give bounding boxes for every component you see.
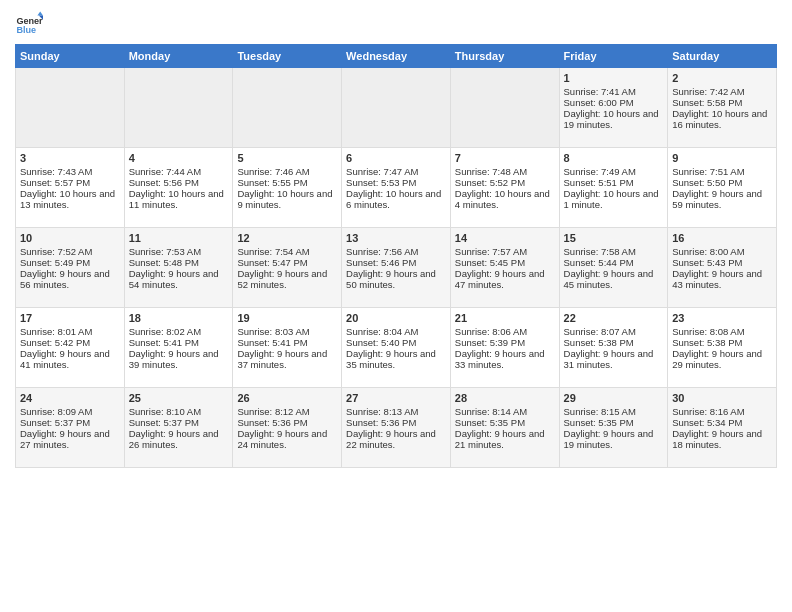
sunset: Sunset: 5:55 PM — [237, 177, 307, 188]
calendar-cell: 25 Sunrise: 8:10 AM Sunset: 5:37 PM Dayl… — [124, 388, 233, 468]
calendar-cell — [16, 68, 125, 148]
calendar-week-row: 1 Sunrise: 7:41 AM Sunset: 6:00 PM Dayli… — [16, 68, 777, 148]
sunset: Sunset: 5:57 PM — [20, 177, 90, 188]
daylight: Daylight: 9 hours and 41 minutes. — [20, 348, 110, 370]
sunset: Sunset: 5:38 PM — [564, 337, 634, 348]
day-number: 16 — [672, 232, 772, 244]
weekday-header-row: SundayMondayTuesdayWednesdayThursdayFrid… — [16, 45, 777, 68]
day-number: 5 — [237, 152, 337, 164]
calendar-cell: 27 Sunrise: 8:13 AM Sunset: 5:36 PM Dayl… — [342, 388, 451, 468]
sunset: Sunset: 5:58 PM — [672, 97, 742, 108]
sunrise: Sunrise: 8:01 AM — [20, 326, 92, 337]
sunset: Sunset: 5:41 PM — [237, 337, 307, 348]
daylight: Daylight: 9 hours and 43 minutes. — [672, 268, 762, 290]
day-number: 23 — [672, 312, 772, 324]
sunrise: Sunrise: 7:56 AM — [346, 246, 418, 257]
sunrise: Sunrise: 7:46 AM — [237, 166, 309, 177]
calendar-cell — [233, 68, 342, 148]
sunrise: Sunrise: 8:16 AM — [672, 406, 744, 417]
sunset: Sunset: 6:00 PM — [564, 97, 634, 108]
day-number: 6 — [346, 152, 446, 164]
sunrise: Sunrise: 7:57 AM — [455, 246, 527, 257]
daylight: Daylight: 9 hours and 29 minutes. — [672, 348, 762, 370]
sunset: Sunset: 5:44 PM — [564, 257, 634, 268]
calendar-cell: 2 Sunrise: 7:42 AM Sunset: 5:58 PM Dayli… — [668, 68, 777, 148]
calendar-cell: 6 Sunrise: 7:47 AM Sunset: 5:53 PM Dayli… — [342, 148, 451, 228]
calendar-cell: 13 Sunrise: 7:56 AM Sunset: 5:46 PM Dayl… — [342, 228, 451, 308]
daylight: Daylight: 9 hours and 59 minutes. — [672, 188, 762, 210]
sunset: Sunset: 5:53 PM — [346, 177, 416, 188]
calendar-week-row: 10 Sunrise: 7:52 AM Sunset: 5:49 PM Dayl… — [16, 228, 777, 308]
daylight: Daylight: 10 hours and 4 minutes. — [455, 188, 550, 210]
daylight: Daylight: 9 hours and 50 minutes. — [346, 268, 436, 290]
weekday-header: Friday — [559, 45, 668, 68]
calendar-cell: 21 Sunrise: 8:06 AM Sunset: 5:39 PM Dayl… — [450, 308, 559, 388]
calendar-cell: 5 Sunrise: 7:46 AM Sunset: 5:55 PM Dayli… — [233, 148, 342, 228]
daylight: Daylight: 9 hours and 21 minutes. — [455, 428, 545, 450]
calendar-cell: 26 Sunrise: 8:12 AM Sunset: 5:36 PM Dayl… — [233, 388, 342, 468]
daylight: Daylight: 9 hours and 22 minutes. — [346, 428, 436, 450]
sunset: Sunset: 5:36 PM — [346, 417, 416, 428]
weekday-header: Tuesday — [233, 45, 342, 68]
daylight: Daylight: 9 hours and 47 minutes. — [455, 268, 545, 290]
sunrise: Sunrise: 7:47 AM — [346, 166, 418, 177]
day-number: 26 — [237, 392, 337, 404]
sunrise: Sunrise: 7:44 AM — [129, 166, 201, 177]
calendar-cell: 3 Sunrise: 7:43 AM Sunset: 5:57 PM Dayli… — [16, 148, 125, 228]
weekday-header: Thursday — [450, 45, 559, 68]
daylight: Daylight: 9 hours and 35 minutes. — [346, 348, 436, 370]
sunrise: Sunrise: 8:06 AM — [455, 326, 527, 337]
sunset: Sunset: 5:45 PM — [455, 257, 525, 268]
sunset: Sunset: 5:38 PM — [672, 337, 742, 348]
calendar-cell: 24 Sunrise: 8:09 AM Sunset: 5:37 PM Dayl… — [16, 388, 125, 468]
sunrise: Sunrise: 8:13 AM — [346, 406, 418, 417]
sunrise: Sunrise: 8:15 AM — [564, 406, 636, 417]
sunrise: Sunrise: 8:00 AM — [672, 246, 744, 257]
calendar-cell — [450, 68, 559, 148]
calendar-cell: 7 Sunrise: 7:48 AM Sunset: 5:52 PM Dayli… — [450, 148, 559, 228]
day-number: 8 — [564, 152, 664, 164]
calendar-cell: 16 Sunrise: 8:00 AM Sunset: 5:43 PM Dayl… — [668, 228, 777, 308]
sunset: Sunset: 5:56 PM — [129, 177, 199, 188]
daylight: Daylight: 9 hours and 31 minutes. — [564, 348, 654, 370]
daylight: Daylight: 10 hours and 19 minutes. — [564, 108, 659, 130]
daylight: Daylight: 10 hours and 9 minutes. — [237, 188, 332, 210]
day-number: 18 — [129, 312, 229, 324]
daylight: Daylight: 9 hours and 33 minutes. — [455, 348, 545, 370]
day-number: 4 — [129, 152, 229, 164]
sunrise: Sunrise: 8:03 AM — [237, 326, 309, 337]
sunset: Sunset: 5:39 PM — [455, 337, 525, 348]
day-number: 10 — [20, 232, 120, 244]
sunset: Sunset: 5:42 PM — [20, 337, 90, 348]
calendar-cell — [342, 68, 451, 148]
day-number: 7 — [455, 152, 555, 164]
daylight: Daylight: 10 hours and 13 minutes. — [20, 188, 115, 210]
weekday-header: Monday — [124, 45, 233, 68]
sunset: Sunset: 5:35 PM — [455, 417, 525, 428]
day-number: 22 — [564, 312, 664, 324]
sunset: Sunset: 5:40 PM — [346, 337, 416, 348]
sunset: Sunset: 5:47 PM — [237, 257, 307, 268]
sunrise: Sunrise: 7:43 AM — [20, 166, 92, 177]
sunset: Sunset: 5:51 PM — [564, 177, 634, 188]
sunrise: Sunrise: 8:14 AM — [455, 406, 527, 417]
svg-marker-2 — [37, 11, 43, 15]
calendar-cell: 10 Sunrise: 7:52 AM Sunset: 5:49 PM Dayl… — [16, 228, 125, 308]
logo-icon: General Blue — [15, 10, 43, 38]
sunset: Sunset: 5:50 PM — [672, 177, 742, 188]
calendar-cell: 14 Sunrise: 7:57 AM Sunset: 5:45 PM Dayl… — [450, 228, 559, 308]
weekday-header: Sunday — [16, 45, 125, 68]
sunset: Sunset: 5:46 PM — [346, 257, 416, 268]
calendar-cell: 9 Sunrise: 7:51 AM Sunset: 5:50 PM Dayli… — [668, 148, 777, 228]
calendar-cell: 11 Sunrise: 7:53 AM Sunset: 5:48 PM Dayl… — [124, 228, 233, 308]
weekday-header: Saturday — [668, 45, 777, 68]
sunset: Sunset: 5:35 PM — [564, 417, 634, 428]
header: General Blue — [15, 10, 777, 38]
day-number: 30 — [672, 392, 772, 404]
calendar-cell: 28 Sunrise: 8:14 AM Sunset: 5:35 PM Dayl… — [450, 388, 559, 468]
day-number: 17 — [20, 312, 120, 324]
sunrise: Sunrise: 7:42 AM — [672, 86, 744, 97]
daylight: Daylight: 10 hours and 16 minutes. — [672, 108, 767, 130]
daylight: Daylight: 9 hours and 27 minutes. — [20, 428, 110, 450]
calendar-cell: 15 Sunrise: 7:58 AM Sunset: 5:44 PM Dayl… — [559, 228, 668, 308]
